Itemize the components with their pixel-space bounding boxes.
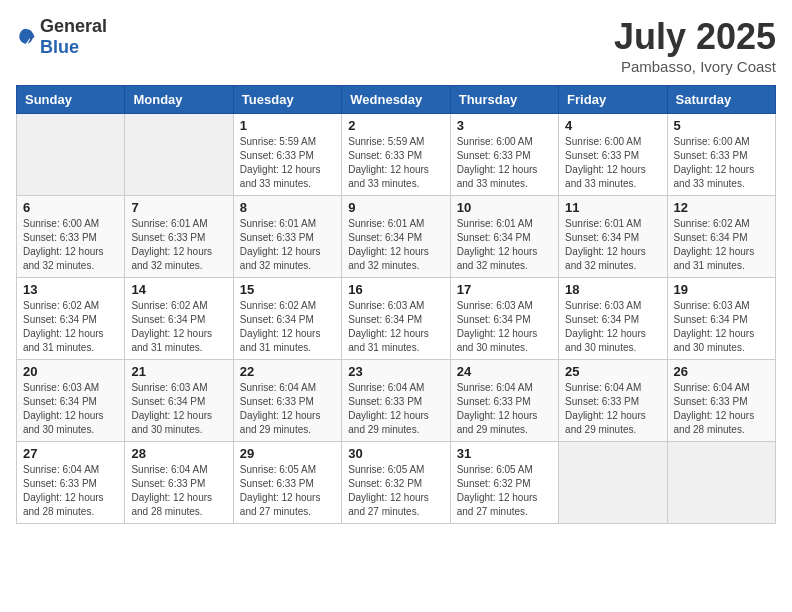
day-info: Sunrise: 6:04 AM Sunset: 6:33 PM Dayligh… [23, 463, 118, 519]
day-cell: 17Sunrise: 6:03 AM Sunset: 6:34 PM Dayli… [450, 278, 558, 360]
day-number: 17 [457, 282, 552, 297]
day-number: 24 [457, 364, 552, 379]
day-cell: 5Sunrise: 6:00 AM Sunset: 6:33 PM Daylig… [667, 114, 775, 196]
week-row-1: 1Sunrise: 5:59 AM Sunset: 6:33 PM Daylig… [17, 114, 776, 196]
day-info: Sunrise: 6:01 AM Sunset: 6:34 PM Dayligh… [457, 217, 552, 273]
day-info: Sunrise: 6:03 AM Sunset: 6:34 PM Dayligh… [457, 299, 552, 355]
day-info: Sunrise: 6:01 AM Sunset: 6:34 PM Dayligh… [348, 217, 443, 273]
day-number: 19 [674, 282, 769, 297]
day-number: 20 [23, 364, 118, 379]
day-number: 7 [131, 200, 226, 215]
day-info: Sunrise: 6:04 AM Sunset: 6:33 PM Dayligh… [240, 381, 335, 437]
day-info: Sunrise: 6:04 AM Sunset: 6:33 PM Dayligh… [348, 381, 443, 437]
day-info: Sunrise: 6:05 AM Sunset: 6:32 PM Dayligh… [457, 463, 552, 519]
day-info: Sunrise: 6:04 AM Sunset: 6:33 PM Dayligh… [131, 463, 226, 519]
day-number: 12 [674, 200, 769, 215]
day-number: 1 [240, 118, 335, 133]
weekday-header-saturday: Saturday [667, 86, 775, 114]
day-info: Sunrise: 6:03 AM Sunset: 6:34 PM Dayligh… [23, 381, 118, 437]
day-cell: 19Sunrise: 6:03 AM Sunset: 6:34 PM Dayli… [667, 278, 775, 360]
week-row-5: 27Sunrise: 6:04 AM Sunset: 6:33 PM Dayli… [17, 442, 776, 524]
logo-text: General Blue [40, 16, 107, 58]
day-cell: 22Sunrise: 6:04 AM Sunset: 6:33 PM Dayli… [233, 360, 341, 442]
day-number: 9 [348, 200, 443, 215]
day-info: Sunrise: 6:01 AM Sunset: 6:34 PM Dayligh… [565, 217, 660, 273]
day-number: 6 [23, 200, 118, 215]
day-cell: 28Sunrise: 6:04 AM Sunset: 6:33 PM Dayli… [125, 442, 233, 524]
day-info: Sunrise: 6:05 AM Sunset: 6:32 PM Dayligh… [348, 463, 443, 519]
day-info: Sunrise: 6:03 AM Sunset: 6:34 PM Dayligh… [131, 381, 226, 437]
day-number: 11 [565, 200, 660, 215]
day-number: 14 [131, 282, 226, 297]
day-cell [125, 114, 233, 196]
day-info: Sunrise: 6:01 AM Sunset: 6:33 PM Dayligh… [240, 217, 335, 273]
day-info: Sunrise: 6:01 AM Sunset: 6:33 PM Dayligh… [131, 217, 226, 273]
day-info: Sunrise: 6:04 AM Sunset: 6:33 PM Dayligh… [565, 381, 660, 437]
day-cell: 9Sunrise: 6:01 AM Sunset: 6:34 PM Daylig… [342, 196, 450, 278]
calendar-table: SundayMondayTuesdayWednesdayThursdayFrid… [16, 85, 776, 524]
logo-icon [16, 27, 36, 47]
day-cell: 31Sunrise: 6:05 AM Sunset: 6:32 PM Dayli… [450, 442, 558, 524]
day-number: 25 [565, 364, 660, 379]
day-number: 10 [457, 200, 552, 215]
day-cell: 12Sunrise: 6:02 AM Sunset: 6:34 PM Dayli… [667, 196, 775, 278]
day-cell: 2Sunrise: 5:59 AM Sunset: 6:33 PM Daylig… [342, 114, 450, 196]
logo-general: General [40, 16, 107, 36]
day-info: Sunrise: 6:03 AM Sunset: 6:34 PM Dayligh… [565, 299, 660, 355]
weekday-header-row: SundayMondayTuesdayWednesdayThursdayFrid… [17, 86, 776, 114]
day-cell: 16Sunrise: 6:03 AM Sunset: 6:34 PM Dayli… [342, 278, 450, 360]
day-number: 15 [240, 282, 335, 297]
title-area: July 2025 Pambasso, Ivory Coast [614, 16, 776, 75]
day-cell: 20Sunrise: 6:03 AM Sunset: 6:34 PM Dayli… [17, 360, 125, 442]
weekday-header-monday: Monday [125, 86, 233, 114]
day-cell [559, 442, 667, 524]
day-info: Sunrise: 6:02 AM Sunset: 6:34 PM Dayligh… [674, 217, 769, 273]
day-number: 29 [240, 446, 335, 461]
day-info: Sunrise: 5:59 AM Sunset: 6:33 PM Dayligh… [240, 135, 335, 191]
day-cell: 1Sunrise: 5:59 AM Sunset: 6:33 PM Daylig… [233, 114, 341, 196]
day-cell: 29Sunrise: 6:05 AM Sunset: 6:33 PM Dayli… [233, 442, 341, 524]
day-cell [17, 114, 125, 196]
logo-blue: Blue [40, 37, 79, 57]
day-number: 4 [565, 118, 660, 133]
day-cell: 25Sunrise: 6:04 AM Sunset: 6:33 PM Dayli… [559, 360, 667, 442]
day-info: Sunrise: 6:02 AM Sunset: 6:34 PM Dayligh… [131, 299, 226, 355]
weekday-header-wednesday: Wednesday [342, 86, 450, 114]
day-number: 31 [457, 446, 552, 461]
day-cell: 10Sunrise: 6:01 AM Sunset: 6:34 PM Dayli… [450, 196, 558, 278]
day-number: 16 [348, 282, 443, 297]
day-number: 18 [565, 282, 660, 297]
day-cell: 24Sunrise: 6:04 AM Sunset: 6:33 PM Dayli… [450, 360, 558, 442]
day-cell: 23Sunrise: 6:04 AM Sunset: 6:33 PM Dayli… [342, 360, 450, 442]
weekday-header-tuesday: Tuesday [233, 86, 341, 114]
day-info: Sunrise: 6:03 AM Sunset: 6:34 PM Dayligh… [348, 299, 443, 355]
day-cell: 14Sunrise: 6:02 AM Sunset: 6:34 PM Dayli… [125, 278, 233, 360]
day-cell: 3Sunrise: 6:00 AM Sunset: 6:33 PM Daylig… [450, 114, 558, 196]
day-info: Sunrise: 6:04 AM Sunset: 6:33 PM Dayligh… [674, 381, 769, 437]
day-info: Sunrise: 6:00 AM Sunset: 6:33 PM Dayligh… [674, 135, 769, 191]
day-number: 21 [131, 364, 226, 379]
day-cell: 11Sunrise: 6:01 AM Sunset: 6:34 PM Dayli… [559, 196, 667, 278]
day-number: 27 [23, 446, 118, 461]
day-info: Sunrise: 6:00 AM Sunset: 6:33 PM Dayligh… [565, 135, 660, 191]
month-title: July 2025 [614, 16, 776, 58]
logo: General Blue [16, 16, 107, 58]
page-header: General Blue July 2025 Pambasso, Ivory C… [16, 16, 776, 75]
week-row-3: 13Sunrise: 6:02 AM Sunset: 6:34 PM Dayli… [17, 278, 776, 360]
day-number: 28 [131, 446, 226, 461]
day-cell: 13Sunrise: 6:02 AM Sunset: 6:34 PM Dayli… [17, 278, 125, 360]
day-number: 8 [240, 200, 335, 215]
day-number: 23 [348, 364, 443, 379]
location-title: Pambasso, Ivory Coast [614, 58, 776, 75]
day-number: 3 [457, 118, 552, 133]
day-cell [667, 442, 775, 524]
weekday-header-friday: Friday [559, 86, 667, 114]
day-cell: 7Sunrise: 6:01 AM Sunset: 6:33 PM Daylig… [125, 196, 233, 278]
day-number: 22 [240, 364, 335, 379]
day-number: 30 [348, 446, 443, 461]
day-info: Sunrise: 6:00 AM Sunset: 6:33 PM Dayligh… [23, 217, 118, 273]
day-info: Sunrise: 6:04 AM Sunset: 6:33 PM Dayligh… [457, 381, 552, 437]
day-info: Sunrise: 6:05 AM Sunset: 6:33 PM Dayligh… [240, 463, 335, 519]
day-cell: 27Sunrise: 6:04 AM Sunset: 6:33 PM Dayli… [17, 442, 125, 524]
day-number: 26 [674, 364, 769, 379]
